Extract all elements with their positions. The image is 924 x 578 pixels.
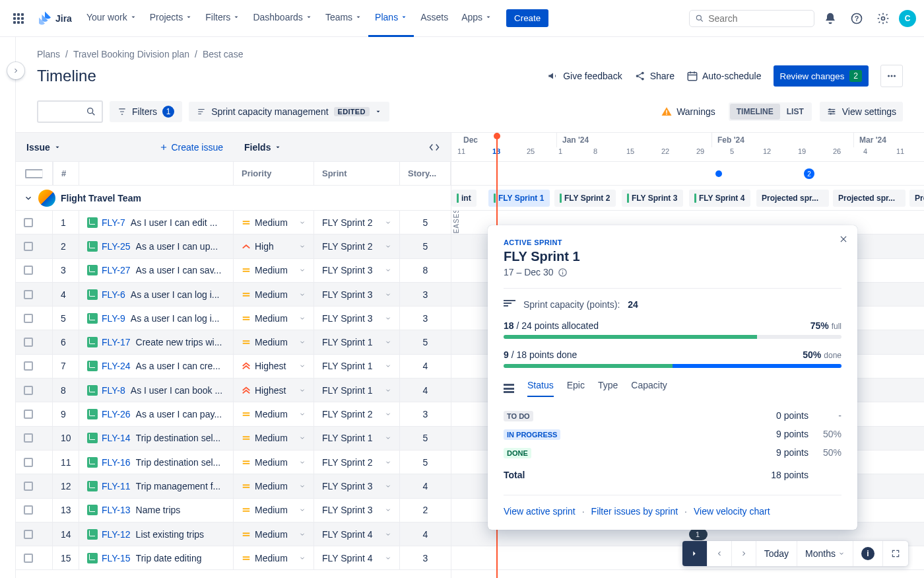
issue-row[interactable]: 4FLY-6As a user I can log i...MediumFLY … [16, 283, 451, 307]
chevron-down-icon[interactable] [385, 555, 391, 561]
chevron-down-icon[interactable] [385, 507, 391, 513]
row-checkbox[interactable] [24, 505, 33, 515]
release-marker-badge[interactable]: 2 [804, 168, 814, 179]
fields-menu[interactable]: Fields [244, 142, 281, 153]
story-points-cell[interactable]: 3 [400, 307, 451, 330]
sprint-cell[interactable]: FLY Sprint 2 [314, 451, 400, 474]
scroll-right-button[interactable] [732, 541, 756, 566]
sprint-cell[interactable]: FLY Sprint 1 [314, 330, 400, 353]
time-unit-selector[interactable]: Months [797, 541, 853, 566]
row-checkbox[interactable] [24, 218, 33, 227]
nav-item-assets[interactable]: Assets [414, 0, 455, 37]
list-view-tab[interactable]: LIST [780, 104, 810, 120]
sprint-cell[interactable]: FLY Sprint 1 [314, 379, 400, 402]
chevron-down-icon[interactable] [385, 363, 391, 369]
warnings-button[interactable]: Warnings [655, 102, 721, 122]
chevron-down-icon[interactable] [299, 291, 306, 298]
issue-row[interactable]: 10FLY-14Trip destination sel...MediumFLY… [16, 427, 451, 451]
sprint-chip[interactable]: FLY Sprint 2 [554, 190, 616, 207]
story-points-cell[interactable]: 4 [400, 523, 451, 546]
story-points-cell[interactable]: 2 [400, 499, 451, 522]
issue-summary-cell[interactable]: FLY-26As a user I can pay... [79, 402, 234, 425]
scroll-to-start-button[interactable] [682, 541, 708, 566]
issue-summary-cell[interactable]: FLY-8As I user I can book ... [79, 379, 234, 402]
story-points-cell[interactable]: 4 [400, 355, 451, 378]
issue-key[interactable]: FLY-15 [102, 553, 131, 563]
issue-row[interactable]: 13FLY-13Name tripsMediumFLY Sprint 32 [16, 499, 451, 523]
row-checkbox[interactable] [24, 458, 33, 467]
issue-key[interactable]: FLY-24 [102, 361, 131, 371]
issue-row[interactable]: 5FLY-9As a user I can log i...MediumFLY … [16, 307, 451, 330]
sprint-cell[interactable]: FLY Sprint 2 [314, 235, 400, 258]
priority-cell[interactable]: High [234, 235, 314, 258]
chevron-down-icon[interactable] [299, 411, 306, 417]
chevron-down-icon[interactable] [385, 387, 391, 394]
collapse-columns-icon[interactable] [428, 143, 440, 151]
avatar[interactable]: C [899, 10, 916, 27]
priority-cell[interactable]: Medium [234, 523, 314, 546]
sprint-cell[interactable]: FLY Sprint 1 [314, 355, 400, 378]
breadcrumb-item[interactable]: Plans [37, 49, 60, 59]
story-points-cell[interactable]: 5 [400, 235, 451, 258]
chevron-down-icon[interactable] [299, 555, 306, 561]
issue-summary-cell[interactable]: FLY-14Trip destination sel... [79, 427, 234, 450]
chevron-down-icon[interactable] [385, 291, 391, 298]
select-all-checkbox[interactable] [25, 169, 43, 178]
today-button[interactable]: Today [756, 541, 797, 566]
row-checkbox[interactable] [24, 361, 33, 371]
fullscreen-button[interactable] [883, 541, 908, 566]
chevron-down-icon[interactable] [299, 435, 306, 441]
sprint-cell[interactable]: FLY Sprint 3 [314, 259, 400, 282]
priority-cell[interactable]: Medium [234, 211, 314, 234]
sprint-cell[interactable]: FLY Sprint 4 [314, 523, 400, 546]
nav-item-dashboards[interactable]: Dashboards [246, 0, 319, 37]
story-points-cell[interactable]: 3 [400, 402, 451, 425]
info-icon[interactable] [558, 268, 568, 277]
row-checkbox[interactable] [24, 386, 33, 395]
issue-key[interactable]: FLY-16 [102, 457, 131, 468]
chevron-down-icon[interactable] [299, 363, 306, 369]
issue-row[interactable]: 14FLY-12List existing tripsMediumFLY Spr… [16, 523, 451, 546]
story-points-cell[interactable]: 5 [400, 330, 451, 353]
tab-capacity[interactable]: Capacity [631, 380, 667, 397]
sprint-cell[interactable]: FLY Sprint 3 [314, 499, 400, 522]
priority-cell[interactable]: Medium [234, 330, 314, 353]
close-popover-button[interactable] [839, 235, 848, 244]
nav-item-your-work[interactable]: Your work [80, 0, 143, 37]
issue-summary-cell[interactable]: FLY-15Trip date editing [79, 546, 234, 569]
priority-cell[interactable]: Medium [234, 546, 314, 569]
row-checkbox[interactable] [24, 530, 33, 539]
issue-summary-cell[interactable]: FLY-12List existing trips [79, 523, 234, 546]
sprint-cell[interactable]: FLY Sprint 3 [314, 474, 400, 497]
issue-summary-cell[interactable]: FLY-25As a user I can up... [79, 235, 234, 258]
issue-column-menu[interactable]: Issue [26, 142, 61, 153]
tab-epic[interactable]: Epic [567, 380, 585, 397]
sprint-cell[interactable]: FLY Sprint 2 [314, 402, 400, 425]
issue-key[interactable]: FLY-14 [102, 433, 131, 443]
story-points-cell[interactable]: 5 [400, 211, 451, 234]
issue-row[interactable]: 3FLY-27As a user I can sav...MediumFLY S… [16, 259, 451, 283]
chevron-down-icon[interactable] [299, 483, 306, 489]
chevron-down-icon[interactable] [299, 219, 306, 226]
issue-key[interactable]: FLY-12 [102, 529, 131, 540]
sprint-chip[interactable]: Projected spr... [756, 190, 829, 207]
popover-link[interactable]: Filter issues by sprint [591, 506, 678, 517]
create-issue-link[interactable]: Create issue [159, 142, 223, 153]
nav-item-filters[interactable]: Filters [199, 0, 246, 37]
issue-summary-cell[interactable]: FLY-11Trip management f... [79, 474, 234, 497]
sprint-chip[interactable]: int [451, 190, 477, 207]
issue-summary-cell[interactable]: FLY-24As a user I can cre... [79, 355, 234, 378]
priority-cell[interactable]: Medium [234, 427, 314, 450]
chevron-down-icon[interactable] [299, 315, 306, 322]
priority-cell[interactable]: Medium [234, 451, 314, 474]
issue-summary-cell[interactable]: FLY-7As I user I can edit ... [79, 211, 234, 234]
row-checkbox[interactable] [24, 242, 33, 251]
breadcrumb-item[interactable]: Best case [203, 49, 243, 59]
priority-cell[interactable]: Medium [234, 474, 314, 497]
chevron-down-icon[interactable] [299, 339, 306, 345]
story-points-cell[interactable]: 4 [400, 379, 451, 402]
sprint-chip[interactable]: FLY Sprint 3 [622, 190, 683, 207]
issue-row[interactable]: 11FLY-16Trip destination sel...MediumFLY… [16, 451, 451, 474]
notifications-icon[interactable] [820, 8, 841, 29]
priority-cell[interactable]: Medium [234, 402, 314, 425]
